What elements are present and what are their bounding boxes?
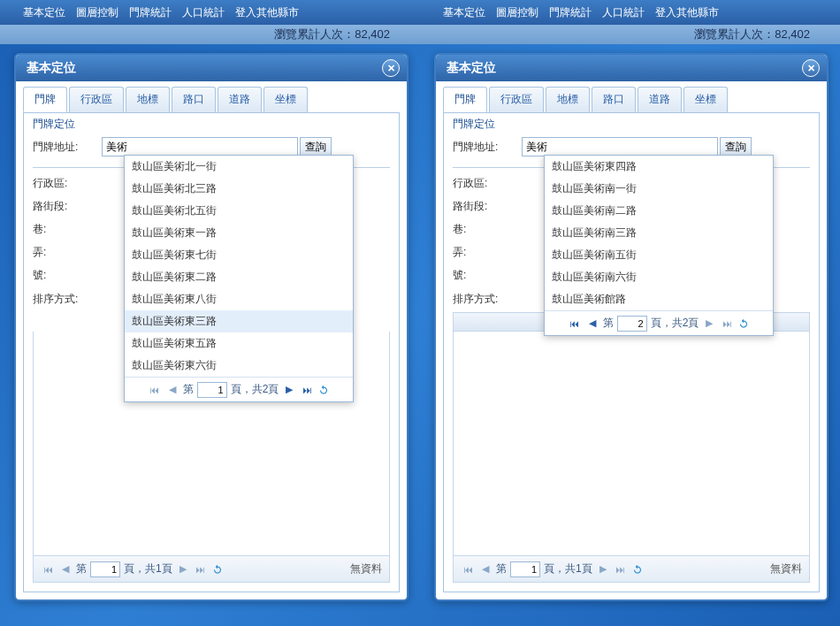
first-page-icon[interactable]: ⏮ [41,562,55,576]
next-page-icon[interactable]: ▶ [596,562,610,576]
dropdown-item[interactable]: 鼓山區美術南一街 [545,178,773,200]
search-button[interactable]: 查詢 [720,137,752,156]
tab-coord[interactable]: 坐標 [263,87,308,112]
alley-label: 弄: [33,245,102,260]
nav-item[interactable]: 人口統計 [599,3,648,23]
tab-coord[interactable]: 坐標 [683,87,728,112]
pager-suffix: 頁，共1頁 [544,561,592,576]
tab-district[interactable]: 行政區 [489,87,544,112]
dist-label: 行政區: [453,176,522,191]
no-label: 號: [33,268,102,283]
visit-counter: 瀏覽累計人次：82,402 [420,25,840,44]
navbar: 基本定位 圖層控制 門牌統計 人口統計 登入其他縣市 [0,0,420,25]
road-label: 路街段: [453,199,522,214]
tab-landmark[interactable]: 地標 [546,87,590,112]
pager-prefix: 第 [496,561,507,576]
alley-label: 弄: [453,245,522,260]
refresh-icon[interactable] [211,563,224,576]
page-input[interactable] [617,316,647,332]
addr-input[interactable] [102,137,298,156]
nav-item[interactable]: 圖層控制 [493,3,542,23]
addr-label: 門牌地址: [453,140,522,155]
last-page-icon[interactable]: ⏭ [720,317,734,331]
dropdown-item[interactable]: 鼓山區美術東三路 [125,310,353,332]
tabs: 門牌 行政區 地標 路口 道路 坐標 [436,81,827,112]
nav-item[interactable]: 門牌統計 [126,3,175,23]
tab-landmark[interactable]: 地標 [126,87,170,112]
dropdown-item[interactable]: 鼓山區美術南六街 [545,266,773,288]
page-input[interactable] [197,382,227,398]
nav-item[interactable]: 人口統計 [179,3,228,23]
dropdown-item[interactable]: 鼓山區美術南三路 [545,222,773,244]
tab-intersection[interactable]: 路口 [172,87,216,112]
tabs: 門牌 行政區 地標 路口 道路 坐標 [16,81,407,112]
prev-page-icon[interactable]: ◀ [585,317,599,331]
window-title: 基本定位 [447,60,496,76]
dropdown-item[interactable]: 鼓山區美術北五街 [125,200,353,222]
page-input[interactable] [90,561,120,577]
refresh-icon[interactable] [737,317,750,330]
dropdown-item[interactable]: 鼓山區美術館路 [545,288,773,310]
navbar: 基本定位 圖層控制 門牌統計 人口統計 登入其他縣市 [420,0,840,25]
dropdown-item[interactable]: 鼓山區美術東一路 [125,222,353,244]
addr-input[interactable] [522,137,718,156]
lane-label: 巷: [453,222,522,237]
no-data-text: 無資料 [350,561,382,576]
results-pager: ⏮ ◀ 第 頁，共1頁 ▶ ⏭ 無資料 [33,556,390,583]
last-page-icon[interactable]: ⏭ [300,383,314,397]
tab-road[interactable]: 道路 [638,87,682,112]
titlebar: 基本定位 ✕ [436,55,827,81]
nav-item[interactable]: 圖層控制 [73,3,122,23]
close-icon[interactable]: ✕ [802,59,820,77]
dropdown-item[interactable]: 鼓山區美術南五街 [545,244,773,266]
fieldset-label: 門牌定位 [33,117,390,132]
dropdown-item[interactable]: 鼓山區美術東七街 [125,244,353,266]
sort-label: 排序方式: [453,292,522,307]
dropdown-item[interactable]: 鼓山區美術東二路 [125,266,353,288]
nav-item[interactable]: 登入其他縣市 [232,3,302,23]
pager-prefix: 第 [76,561,87,576]
last-page-icon[interactable]: ⏭ [614,562,628,576]
search-button[interactable]: 查詢 [300,137,332,156]
next-page-icon[interactable]: ▶ [176,562,190,576]
next-page-icon[interactable]: ▶ [702,317,716,331]
nav-item[interactable]: 基本定位 [19,3,69,23]
visit-counter: 瀏覽累計人次：82,402 [0,25,420,44]
refresh-icon[interactable] [317,384,330,396]
nav-item[interactable]: 基本定位 [439,3,489,23]
results-list [453,332,810,556]
prev-page-icon[interactable]: ◀ [478,562,493,576]
dropdown-pager: ⏮◀第頁，共2頁▶⏭ [545,310,773,335]
page-input[interactable] [510,561,540,577]
prev-page-icon[interactable]: ◀ [58,562,73,576]
nav-item[interactable]: 登入其他縣市 [652,3,722,23]
dropdown-item[interactable]: 鼓山區美術東四路 [545,156,773,178]
prev-page-icon[interactable]: ◀ [165,383,179,397]
tab-doorplate[interactable]: 門牌 [443,87,487,112]
pager-suffix: 頁，共1頁 [124,561,172,576]
first-page-icon[interactable]: ⏮ [148,383,162,397]
dropdown-item[interactable]: 鼓山區美術南二路 [545,200,773,222]
titlebar: 基本定位 ✕ [16,55,407,81]
first-page-icon[interactable]: ⏮ [461,562,475,576]
tab-district[interactable]: 行政區 [69,87,124,112]
close-icon[interactable]: ✕ [382,59,400,77]
last-page-icon[interactable]: ⏭ [194,562,208,576]
dropdown-item[interactable]: 鼓山區美術北一街 [125,156,353,178]
nav-item[interactable]: 門牌統計 [546,3,595,23]
addr-dropdown: 鼓山區美術東四路鼓山區美術南一街鼓山區美術南二路鼓山區美術南三路鼓山區美術南五街… [544,155,774,336]
tab-intersection[interactable]: 路口 [592,87,636,112]
dropdown-item[interactable]: 鼓山區美術東五路 [125,332,353,355]
refresh-icon[interactable] [631,563,644,576]
dist-label: 行政區: [33,176,102,191]
next-page-icon[interactable]: ▶ [282,383,296,397]
tab-road[interactable]: 道路 [218,87,262,112]
window-title: 基本定位 [27,60,76,76]
first-page-icon[interactable]: ⏮ [568,317,582,331]
dropdown-item[interactable]: 鼓山區美術東六街 [125,355,353,377]
addr-label: 門牌地址: [33,140,102,155]
dropdown-item[interactable]: 鼓山區美術東八街 [125,288,353,310]
dropdown-item[interactable]: 鼓山區美術北三路 [125,178,353,200]
lane-label: 巷: [33,222,102,237]
tab-doorplate[interactable]: 門牌 [23,87,67,112]
